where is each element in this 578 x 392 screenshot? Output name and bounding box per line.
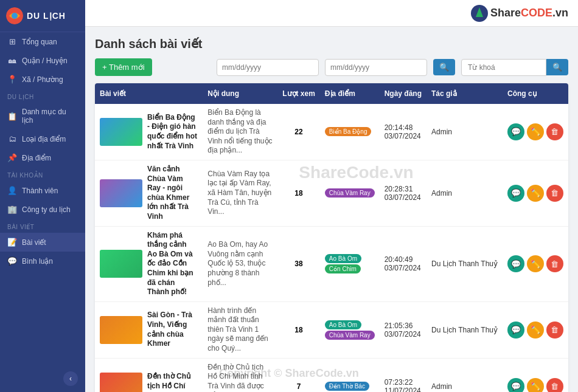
sidebar-section-tai-khoan: TÀI KHOẢN bbox=[0, 167, 85, 181]
sidebar-item-label: Công ty du lịch bbox=[22, 205, 71, 214]
article-icon: 📝 bbox=[7, 238, 17, 247]
pin-icon: 📌 bbox=[7, 153, 17, 162]
sidebar-item-binh-luan[interactable]: 💬 Bình luận bbox=[0, 252, 85, 270]
table-row: Sài Gòn - Trà Vinh, Viếng cảnh chùa Khme… bbox=[95, 301, 568, 358]
post-title: Sài Gòn - Trà Vinh, Viếng cảnh chùa Khme… bbox=[147, 311, 198, 348]
post-thumbnail bbox=[100, 179, 142, 207]
edit-button[interactable]: ✏️ bbox=[527, 185, 544, 202]
post-date: 20:40:4903/07/2024 bbox=[380, 226, 427, 301]
comment-button[interactable]: 💬 bbox=[507, 322, 524, 339]
content-area: ShareCode.vn Danh sách bài viết + Thêm m… bbox=[85, 27, 578, 392]
post-author: Admin bbox=[427, 358, 503, 392]
post-cell: Khám phá thắng cảnh Ao Bà Om và ốc đảo C… bbox=[95, 226, 203, 301]
main-content: ShareCODE.vn ShareCode.vn Danh sách bài … bbox=[85, 0, 578, 392]
edit-button[interactable]: ✏️ bbox=[527, 378, 544, 392]
location-tag: Biển Ba Động bbox=[325, 127, 372, 136]
post-content-cell: Biển Ba Động là danh thắng và địa điểm d… bbox=[203, 104, 277, 160]
location-tag: Chùa Vàm Ray bbox=[325, 188, 375, 198]
post-thumbnail bbox=[100, 316, 142, 344]
delete-button[interactable]: 🗑 bbox=[546, 322, 563, 339]
topbar-logo-text: ShareCODE.vn bbox=[490, 7, 568, 19]
post-location: Chùa Vàm Ray bbox=[320, 160, 380, 226]
delete-button[interactable]: 🗑 bbox=[546, 255, 563, 272]
sidebar-collapse-btn: ‹ bbox=[0, 365, 85, 392]
sidebar-item-xa-phuong[interactable]: 📍 Xã / Phường bbox=[0, 70, 85, 89]
delete-button[interactable]: 🗑 bbox=[546, 378, 563, 392]
table-row: Văn cảnh Chùa Vàm Ray - ngôi chùa Khmer … bbox=[95, 160, 568, 226]
comment-button[interactable]: 💬 bbox=[507, 185, 524, 202]
post-author: Du Lịch Thanh Thuỷ bbox=[427, 301, 503, 358]
post-location: Biển Ba Động bbox=[320, 104, 380, 160]
col-ngay-dang: Ngày đăng bbox=[380, 83, 427, 104]
post-location: Ao Bà OmCồn Chim bbox=[320, 226, 380, 301]
col-dia-diem: Địa điểm bbox=[320, 83, 380, 104]
user-icon: 👤 bbox=[7, 186, 17, 195]
post-author: Admin bbox=[427, 104, 503, 160]
date-search-button[interactable]: 🔍 bbox=[433, 59, 455, 75]
table-row: Biển Ba Động - Điện gió hàn quốc điểm ho… bbox=[95, 104, 568, 160]
location-tag: Cồn Chim bbox=[325, 264, 361, 273]
comment-icon: 💬 bbox=[7, 256, 17, 266]
delete-button[interactable]: 🗑 bbox=[546, 185, 563, 202]
svg-point-1 bbox=[12, 13, 18, 19]
sidebar-item-danh-muc[interactable]: 📋 Danh mục du lịch bbox=[0, 103, 85, 129]
sidebar-item-loai-dia-diem[interactable]: 🗂 Loại địa điểm bbox=[0, 129, 85, 148]
post-views: 18 bbox=[277, 301, 320, 358]
date-from-input[interactable] bbox=[217, 59, 319, 76]
post-actions: 💬 ✏️ 🗑 bbox=[503, 160, 568, 226]
post-content-cell: Đền thờ Chủ tịch Hồ Chí Minh tỉnh Trà Vi… bbox=[203, 358, 277, 392]
topbar: ShareCODE.vn bbox=[85, 0, 578, 27]
post-author: Admin bbox=[427, 160, 503, 226]
post-content-cell: Chùa Vàm Ray tọa lạc tại ấp Vàm Ray, xã … bbox=[203, 160, 277, 226]
company-icon: 🏢 bbox=[7, 205, 17, 214]
post-date: 07:23:2211/07/2024 bbox=[380, 358, 427, 392]
location-tag: Ao Bà Om bbox=[325, 254, 361, 263]
sidebar-item-label: Loại địa điểm bbox=[22, 135, 66, 143]
col-noi-dung: Nội dung bbox=[203, 83, 277, 104]
collapse-circle-btn[interactable]: ‹ bbox=[63, 371, 78, 386]
table-row: Khám phá thắng cảnh Ao Bà Om và ốc đảo C… bbox=[95, 226, 568, 301]
col-tac-gia: Tác giả bbox=[427, 83, 503, 104]
sidebar-item-label: Thành viên bbox=[22, 187, 58, 195]
post-thumbnail bbox=[100, 373, 142, 392]
logo-icon bbox=[6, 7, 23, 24]
search-button[interactable]: 🔍 bbox=[546, 59, 568, 75]
sidebar-section-bai-viet: BÀI VIẾT bbox=[0, 219, 85, 233]
post-location: Đền Thờ Bác bbox=[320, 358, 380, 392]
post-content-text: Đền thờ Chủ tịch Hồ Chí Minh tỉnh Trà Vi… bbox=[207, 363, 273, 392]
topbar-logo-icon bbox=[471, 5, 488, 22]
sidebar-item-label: Bài viết bbox=[22, 238, 46, 247]
sidebar-item-bai-viet[interactable]: 📝 Bài viết bbox=[0, 233, 85, 252]
sidebar-item-dia-diem[interactable]: 📌 Địa điểm bbox=[0, 148, 85, 167]
post-cell: Biển Ba Động - Điện gió hàn quốc điểm ho… bbox=[95, 104, 203, 160]
posts-table: Bài viết Nội dung Lượt xem Địa điểm Ngày… bbox=[95, 83, 568, 392]
location-tag: Đền Thờ Bác bbox=[325, 382, 369, 391]
edit-button[interactable]: ✏️ bbox=[527, 322, 544, 339]
sidebar-item-tong-quan[interactable]: ⊞ Tổng quan bbox=[0, 32, 85, 51]
sidebar-item-cong-ty[interactable]: 🏢 Công ty du lịch bbox=[0, 200, 85, 219]
post-content-cell: Hành trình đến mảnh đất thuần thiên Trà … bbox=[203, 301, 277, 358]
comment-button[interactable]: 💬 bbox=[507, 123, 524, 140]
sidebar-logo: DU LỊCH bbox=[0, 0, 85, 32]
toolbar: + Thêm mới 🔍 🔍 bbox=[95, 58, 568, 76]
post-views: 18 bbox=[277, 160, 320, 226]
post-actions: 💬 ✏️ 🗑 bbox=[503, 104, 568, 160]
edit-button[interactable]: ✏️ bbox=[527, 255, 544, 272]
add-button[interactable]: + Thêm mới bbox=[95, 58, 152, 76]
sidebar-item-thanh-vien[interactable]: 👤 Thành viên bbox=[0, 181, 85, 200]
sidebar-item-label: Xã / Phường bbox=[22, 75, 63, 84]
search-input[interactable] bbox=[461, 59, 546, 76]
post-date: 20:28:3103/07/2024 bbox=[380, 160, 427, 226]
comment-button[interactable]: 💬 bbox=[507, 255, 524, 272]
date-to-input[interactable] bbox=[325, 59, 427, 76]
delete-button[interactable]: 🗑 bbox=[546, 123, 563, 140]
sidebar: DU LỊCH ⊞ Tổng quan 🏘 Quận / Huyện 📍 Xã … bbox=[0, 0, 85, 392]
table-body: Biển Ba Động - Điện gió hàn quốc điểm ho… bbox=[95, 104, 568, 392]
edit-button[interactable]: ✏️ bbox=[527, 123, 544, 140]
topbar-logo: ShareCODE.vn bbox=[471, 5, 568, 22]
post-title: Biển Ba Động - Điện gió hàn quốc điểm ho… bbox=[147, 113, 198, 151]
sidebar-item-quan-huyen[interactable]: 🏘 Quận / Huyện bbox=[0, 51, 85, 70]
post-content-text: Ao Bà Om, hay Ao Vuông nằm cạnh Quốc lộ … bbox=[207, 240, 273, 287]
post-content-text: Biển Ba Động là danh thắng và địa điểm d… bbox=[207, 108, 273, 156]
comment-button[interactable]: 💬 bbox=[507, 378, 524, 392]
